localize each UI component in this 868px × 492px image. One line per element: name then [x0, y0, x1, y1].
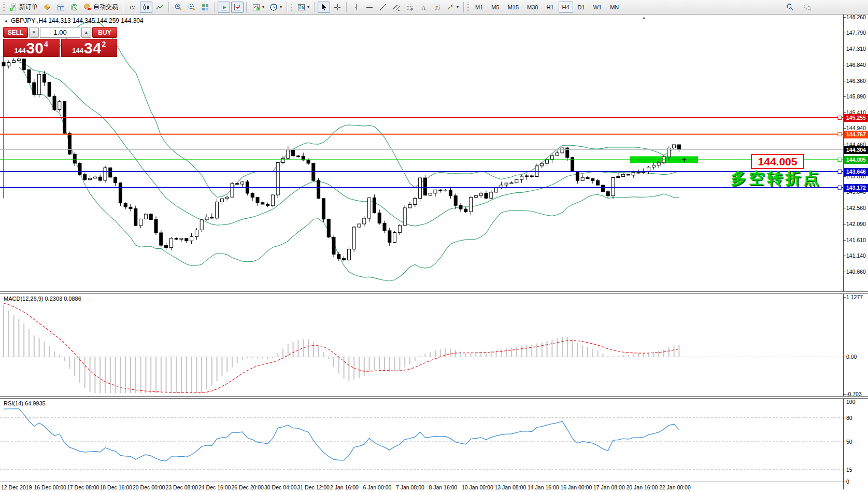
toolbar-separator: [214, 2, 215, 12]
macd-pane[interactable]: MACD(12,26,9) 0.2303 0.0886: [0, 294, 843, 396]
tf-w1[interactable]: W1: [590, 2, 606, 13]
volume-input[interactable]: [40, 27, 80, 38]
styler-button[interactable]: [41, 2, 53, 13]
price-tick: 140.660: [846, 269, 866, 275]
volume-increase-button[interactable]: ▲: [81, 27, 91, 38]
candlestick-chart[interactable]: [0, 15, 843, 291]
price-level-badge: 145.255: [844, 114, 868, 122]
zoom-out-button[interactable]: [186, 2, 198, 13]
chat-button[interactable]: [801, 2, 814, 13]
toolbar-right: [783, 2, 814, 13]
news-button[interactable]: [68, 2, 80, 13]
sell-price-prefix: 144: [15, 47, 26, 54]
bar-chart-button[interactable]: [126, 2, 139, 13]
toolbar-grip[interactable]: [291, 3, 292, 12]
search-button[interactable]: [784, 2, 796, 13]
chart-shift-button[interactable]: [231, 2, 244, 13]
volume-decrease-button[interactable]: ▼: [29, 27, 39, 38]
rsi-chart[interactable]: [0, 399, 843, 482]
time-axis[interactable]: 12 Dec 201916 Dec 00:0017 Dec 08:0018 De…: [0, 482, 843, 492]
dropdown-caret-icon[interactable]: ▾: [262, 5, 264, 9]
channel-icon: E: [392, 3, 401, 11]
candlestick-chart-button[interactable]: [140, 2, 152, 13]
rsi-pane[interactable]: RSI(14) 64.9935: [0, 399, 843, 482]
tf-m30[interactable]: M30: [523, 2, 542, 13]
time-label: 24 Dec 16:00: [198, 484, 231, 490]
arrows-button[interactable]: ▾: [444, 2, 461, 13]
tf-h4-label: H4: [562, 4, 570, 10]
templates-button[interactable]: ▾: [295, 2, 311, 13]
dropdown-caret-icon[interactable]: ▾: [307, 5, 309, 9]
text-label-button[interactable]: T: [431, 2, 443, 13]
macd-chart[interactable]: [0, 294, 843, 396]
equidistant-channel-button[interactable]: E: [390, 2, 403, 13]
toolbar-grip[interactable]: [467, 3, 469, 12]
autotrading-button-label: 自动交易: [93, 3, 118, 11]
zoom-in-icon: [174, 3, 182, 11]
price-tick: 147.790: [846, 30, 866, 36]
price-level-badge: 143.646: [844, 168, 868, 176]
text-button[interactable]: A: [417, 2, 430, 13]
price-tick: 142.560: [846, 205, 866, 211]
vline-icon: [352, 3, 360, 11]
price-chart-pane[interactable]: ▲ GBPJPY-,H4 144.313 144.345 144.259 144…: [0, 15, 843, 291]
tf-h1[interactable]: H1: [543, 2, 557, 13]
price-level-badge: 144.005: [844, 156, 868, 164]
pane-separator[interactable]: [0, 396, 868, 399]
toolbar-group: [217, 0, 244, 14]
periods-button[interactable]: ▾: [267, 2, 284, 13]
price-tick: 142.090: [846, 221, 866, 227]
rsi-axis[interactable]: 1008050150: [843, 399, 868, 489]
new-order-button[interactable]: 新订单: [7, 2, 40, 13]
pane-separator[interactable]: [0, 291, 868, 294]
buy-button[interactable]: BUY: [92, 27, 117, 38]
macd-axis[interactable]: 1.12770.00-0.703: [843, 294, 868, 396]
buy-price-sup: 2: [102, 40, 106, 48]
autotrading-button[interactable]: 自动交易: [81, 2, 120, 13]
profiles-button[interactable]: [54, 2, 67, 13]
toolbar-group: 新订单自动交易: [7, 0, 121, 14]
toolbar-separator: [346, 2, 347, 12]
fibonacci-button[interactable]: F: [404, 2, 416, 13]
time-label: 13 Jan 08:00: [495, 484, 527, 490]
horizontal-line-button[interactable]: [363, 2, 376, 13]
toolbar-grip[interactable]: [3, 3, 5, 12]
sell-button[interactable]: SELL: [3, 27, 28, 38]
tf-mn[interactable]: MN: [606, 2, 622, 13]
crosshair-button[interactable]: [331, 2, 344, 13]
trendline-button[interactable]: [377, 2, 389, 13]
tf-m15[interactable]: M15: [504, 2, 522, 13]
tf-d1[interactable]: D1: [574, 2, 589, 13]
price-tick: 141.610: [846, 237, 866, 243]
indicators-button[interactable]: ▾: [250, 2, 266, 13]
tf-m5[interactable]: M5: [488, 2, 503, 13]
time-label: 23 Dec 08:00: [166, 484, 198, 490]
tf-w1-label: W1: [593, 4, 602, 10]
toolbar-group: EFAT▾: [349, 0, 461, 14]
tf-h4[interactable]: H4: [559, 2, 573, 13]
vertical-line-button[interactable]: [350, 2, 362, 13]
dropdown-caret-icon[interactable]: ▾: [280, 5, 282, 9]
sell-price-button[interactable]: 144 30 4: [3, 39, 60, 57]
buy-price-prefix: 144: [72, 47, 83, 54]
tile-windows-button[interactable]: [199, 2, 211, 13]
tf-m1[interactable]: M1: [472, 2, 487, 13]
auto-scroll-button[interactable]: [218, 2, 230, 13]
symbol-dropdown-icon[interactable]: ▲: [4, 19, 8, 23]
price-annotation-box[interactable]: 144.005: [751, 154, 804, 169]
rsi-tick: 50: [846, 439, 852, 445]
toolbar-separator: [168, 2, 169, 12]
chart-content: ▲ GBPJPY-,H4 144.313 144.345 144.259 144…: [0, 15, 868, 492]
cursor-button[interactable]: [318, 2, 330, 13]
line-chart-button[interactable]: [153, 2, 166, 13]
zoom-in-button[interactable]: [172, 2, 184, 13]
rsi-tick: 15: [846, 467, 852, 473]
price-axis[interactable]: 148.260147.790147.310146.840146.360145.8…: [843, 15, 868, 291]
dropdown-caret-icon[interactable]: ▾: [457, 5, 459, 9]
toolbar-group: [317, 0, 344, 14]
template-icon: [297, 3, 305, 11]
buy-price-button[interactable]: 144 34 2: [61, 39, 118, 57]
chart-title: ▲ GBPJPY-,H4 144.313 144.345 144.259 144…: [4, 17, 144, 24]
turning-point-label[interactable]: 多空转折点: [731, 168, 821, 189]
price-tick: 141.140: [846, 252, 866, 259]
